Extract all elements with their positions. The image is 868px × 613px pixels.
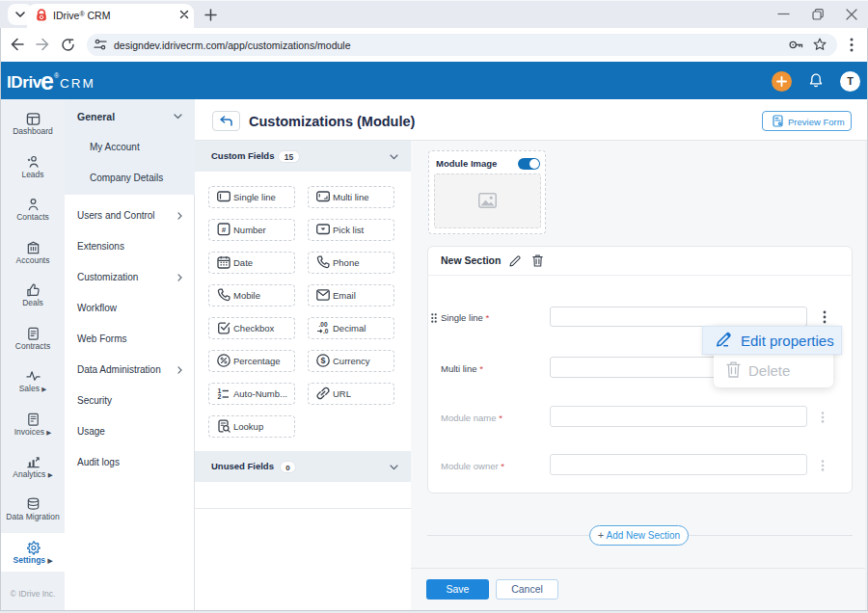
svg-text:#: # — [222, 226, 227, 234]
svg-text:.0: .0 — [323, 328, 329, 334]
svg-text:2: 2 — [218, 393, 222, 400]
svg-text:$: $ — [320, 356, 325, 365]
svg-text:.00: .00 — [319, 321, 328, 328]
